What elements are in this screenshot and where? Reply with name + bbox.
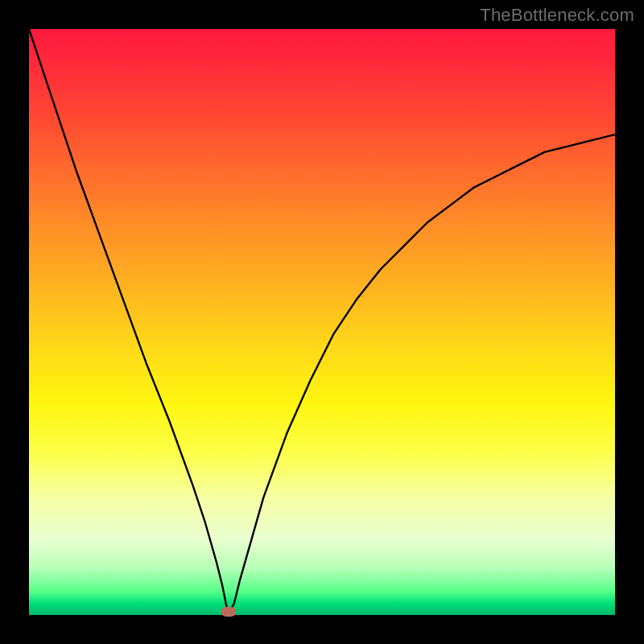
watermark-text: TheBottleneck.com [480,5,634,26]
chart-curve [29,29,615,615]
chart-frame: TheBottleneck.com [0,0,644,644]
chart-minimum-marker [221,607,236,617]
